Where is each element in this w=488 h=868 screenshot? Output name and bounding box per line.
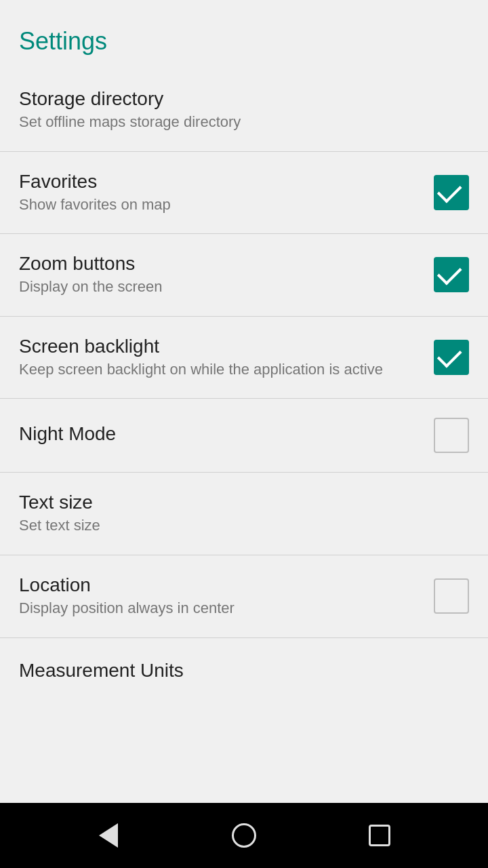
page-title: Settings: [19, 27, 107, 55]
settings-header: Settings: [0, 0, 488, 69]
settings-item-screen-backlight[interactable]: Screen backlight Keep screen backlight o…: [0, 317, 488, 399]
item-text: Measurement Units: [19, 660, 469, 684]
item-subtitle: Show favorites on map: [19, 195, 420, 215]
settings-item-night-mode[interactable]: Night Mode: [0, 399, 488, 473]
settings-item-storage-directory[interactable]: Storage directory Set offline maps stora…: [0, 69, 488, 152]
item-subtitle: Display position always in center: [19, 599, 420, 618]
item-title: Text size: [19, 492, 455, 513]
home-icon: [232, 823, 256, 848]
item-text: Screen backlight Keep screen backlight o…: [19, 336, 434, 380]
item-title: Measurement Units: [19, 660, 455, 682]
item-text: Zoom buttons Display on the screen: [19, 253, 434, 297]
item-subtitle: Set text size: [19, 516, 455, 536]
nav-bar: [0, 803, 488, 868]
recent-icon: [369, 825, 390, 846]
item-title: Favorites: [19, 171, 420, 193]
item-title: Night Mode: [19, 423, 420, 445]
back-button[interactable]: [88, 815, 129, 856]
settings-item-text-size[interactable]: Text size Set text size: [0, 473, 488, 555]
item-subtitle: Display on the screen: [19, 277, 420, 297]
settings-list: Storage directory Set offline maps stora…: [0, 69, 488, 803]
item-subtitle: Set offline maps storage directory: [19, 113, 455, 132]
item-title: Location: [19, 574, 420, 596]
item-text: Storage directory Set offline maps stora…: [19, 88, 469, 132]
back-icon: [99, 823, 118, 848]
home-button[interactable]: [224, 815, 264, 856]
settings-item-favorites[interactable]: Favorites Show favorites on map: [0, 152, 488, 235]
recent-button[interactable]: [359, 815, 400, 856]
item-text: Favorites Show favorites on map: [19, 171, 434, 215]
item-text: Text size Set text size: [19, 492, 469, 536]
item-title: Screen backlight: [19, 336, 420, 357]
zoom-buttons-checkbox[interactable]: [434, 257, 469, 292]
settings-item-zoom-buttons[interactable]: Zoom buttons Display on the screen: [0, 234, 488, 317]
item-subtitle: Keep screen backlight on while the appli…: [19, 360, 420, 380]
location-checkbox[interactable]: [434, 578, 469, 614]
item-title: Zoom buttons: [19, 253, 420, 275]
favorites-checkbox[interactable]: [434, 175, 469, 210]
settings-item-location[interactable]: Location Display position always in cent…: [0, 555, 488, 638]
item-title: Storage directory: [19, 88, 455, 110]
settings-item-measurement-units[interactable]: Measurement Units: [0, 638, 488, 706]
item-text: Night Mode: [19, 423, 434, 448]
screen-backlight-checkbox[interactable]: [434, 340, 469, 375]
item-text: Location Display position always in cent…: [19, 574, 434, 618]
night-mode-checkbox[interactable]: [434, 418, 469, 453]
